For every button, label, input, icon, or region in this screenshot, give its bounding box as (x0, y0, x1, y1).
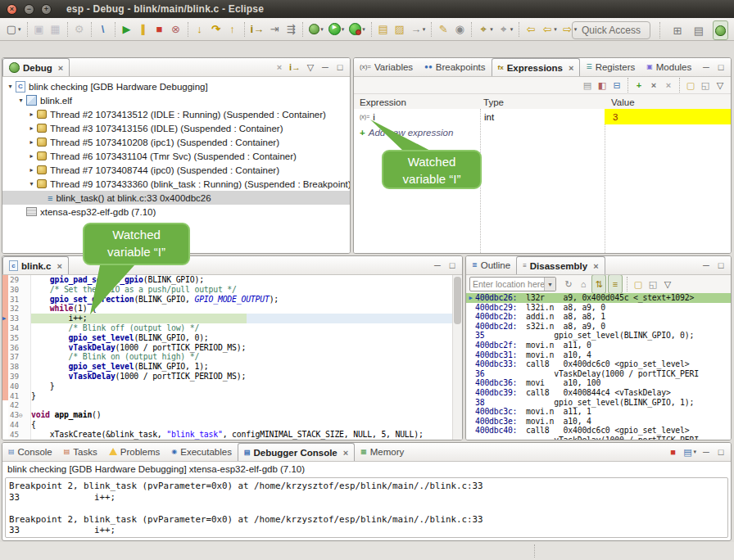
tab-debugger-console[interactable]: ▤Debugger Console× (238, 443, 355, 461)
column-value[interactable]: Value (608, 97, 635, 107)
annotation-gutter[interactable] (2, 285, 8, 295)
annotation-gutter[interactable] (2, 382, 8, 391)
tab-disassembly[interactable]: ≡Disassembly× (516, 256, 605, 274)
build-button[interactable]: ⚙ (72, 20, 87, 38)
expander-icon[interactable]: ▾ (16, 97, 25, 104)
tree-row[interactable]: ▸Thread #7 1073408744 (ipc0) (Suspended … (2, 163, 350, 177)
expression-row[interactable]: (x)=iint3 (354, 109, 731, 124)
expander-icon[interactable]: ▾ (6, 83, 15, 90)
new-view-button[interactable]: ▢ (684, 76, 697, 94)
disassembly-listing[interactable]: ▶400dbc26:l32r a9, 0x400d045c <_stext+10… (466, 293, 731, 440)
fold-icon[interactable]: ⊖ (19, 412, 23, 419)
trace-control-button[interactable]: ⇶ (283, 20, 298, 38)
disassembly-line[interactable]: 400dbc3c:movi.n a11, 1 (466, 407, 731, 417)
location-combo[interactable]: Enter location here ▼ (469, 277, 556, 291)
line-number[interactable]: 35 (8, 333, 31, 343)
close-tab-icon[interactable]: × (58, 63, 63, 73)
tree-row[interactable]: ▸Thread #2 1073413512 (IDLE : Running) (… (2, 107, 350, 121)
expander-icon[interactable]: ▾ (27, 180, 36, 187)
close-tab-icon[interactable]: × (57, 261, 61, 271)
annotation-gutter[interactable] (2, 295, 8, 305)
tree-row[interactable]: ▸Thread #5 1073410208 (ipc1) (Suspended … (2, 135, 350, 149)
block-selection-button[interactable]: ⌖▾ (496, 20, 515, 38)
launch-config-button[interactable]: →▾ (409, 20, 428, 38)
window-maximize-button[interactable]: + (41, 4, 52, 15)
annotation-gutter[interactable] (2, 420, 8, 430)
close-tab-icon[interactable]: × (343, 448, 348, 458)
step-over-button[interactable]: ↷ (209, 20, 224, 38)
annotation-gutter[interactable] (2, 304, 8, 314)
show-source-button[interactable]: ≡ (608, 274, 623, 294)
line-number[interactable]: 40 (8, 382, 31, 391)
maximize-view-button[interactable]: □ (714, 60, 727, 75)
open-perspective-button[interactable]: ⊞ (670, 21, 685, 39)
back-button[interactable]: ⇦▾ (540, 20, 559, 38)
dropdown-arrow-icon[interactable]: ▾ (362, 26, 365, 33)
disconnect-button[interactable]: ⊗ (169, 20, 184, 38)
annotation-gutter[interactable] (2, 400, 8, 410)
tree-row[interactable]: ▸Thread #3 1073413156 (IDLE) (Suspended … (2, 121, 350, 135)
instruction-stepping-button[interactable]: i→ (249, 20, 266, 38)
code-line[interactable]: 41} (2, 391, 462, 401)
tab-breakpoints[interactable]: ●●Breakpoints (419, 58, 491, 75)
line-number[interactable]: 36 (8, 343, 31, 353)
minimize-view-button[interactable]: ─ (700, 258, 713, 273)
column-type[interactable]: Type (480, 97, 608, 107)
search-button[interactable]: ◉ (452, 20, 467, 38)
line-number[interactable]: 37 (8, 352, 31, 362)
tab-problems[interactable]: Problems (103, 443, 166, 460)
minimize-view-button[interactable]: ─ (700, 60, 713, 75)
line-number[interactable]: 41 (8, 391, 31, 401)
show-logical-structures-button[interactable]: ◧ (596, 76, 609, 94)
quick-access-button[interactable]: Quick Access (572, 21, 650, 39)
annotation-gutter[interactable] (2, 430, 8, 440)
annotation-gutter[interactable] (2, 362, 8, 372)
editor-scrollbar[interactable] (452, 275, 462, 440)
line-number[interactable]: 32 (8, 304, 31, 314)
new-project-button[interactable]: ▤ (376, 20, 391, 38)
home-button[interactable]: ⌂ (577, 275, 590, 293)
create-watch-expression-button[interactable]: + (632, 76, 646, 94)
annotation-gutter[interactable]: ▶ (2, 314, 8, 323)
code-line[interactable]: 44{ (2, 420, 462, 430)
line-number[interactable]: 29 (8, 275, 31, 285)
annotation-gutter[interactable] (2, 391, 8, 401)
line-number[interactable]: 34 (8, 323, 31, 333)
tab-variables[interactable]: (x)=Variables (354, 58, 419, 75)
expander-icon[interactable]: ▸ (27, 111, 36, 118)
code-line[interactable]: 37 /* Blink on (output high) */ (2, 352, 462, 362)
code-line[interactable]: 43⊖void app_main() (2, 410, 462, 420)
tab-tasks[interactable]: ▤Tasks (58, 443, 103, 460)
line-number[interactable]: 39 (8, 372, 31, 382)
suspend-button[interactable]: ∥ (136, 20, 151, 38)
view-menu-button[interactable]: ▽ (661, 275, 674, 293)
line-number[interactable]: 38 (8, 362, 31, 372)
code-line[interactable]: 42 (2, 400, 462, 410)
line-number[interactable]: 42 (8, 400, 31, 410)
expander-icon[interactable]: ▸ (27, 138, 36, 146)
code-line[interactable]: 29 gpio_pad_select_gpio(BLINK_GPIO); (2, 275, 462, 285)
save-all-button[interactable]: ▦ (48, 20, 63, 38)
cpp-perspective-button[interactable]: ▤ (691, 21, 706, 39)
tree-row[interactable]: ▾Thread #9 1073433360 (blink_task : Runn… (2, 177, 350, 191)
tab-executables[interactable]: ◉Executables (165, 443, 238, 460)
scrollbar-thumb[interactable] (454, 277, 461, 324)
line-number[interactable]: 44 (8, 420, 31, 430)
code-line[interactable]: 40 } (2, 382, 462, 391)
debug-perspective-button[interactable] (713, 20, 728, 40)
disassembly-source-line[interactable]: 35 gpio_set_level(BLINK_GPIO, 0); (466, 331, 731, 341)
tab-blink-c[interactable]: blink.c× (2, 256, 69, 274)
dropdown-arrow-icon[interactable]: ▾ (342, 26, 345, 33)
format-button[interactable]: ✎ (436, 20, 451, 38)
maximize-view-button[interactable]: □ (333, 60, 347, 75)
show-instruction-pointer-button[interactable]: i→ (288, 60, 302, 75)
new-button[interactable]: ▢▾ (4, 20, 23, 38)
disassembly-line[interactable]: 400dbc2d:s32i.n a8, a9, 0 (466, 322, 731, 332)
window-minimize-button[interactable]: − (24, 4, 34, 15)
open-element-button[interactable]: ▨ (392, 20, 407, 38)
tree-row[interactable]: ▾blink checking [GDB Hardware Debugging] (2, 79, 350, 93)
code-line[interactable]: 30 /* Set the GPIO as a push/pull output… (2, 285, 462, 295)
maximize-view-button[interactable]: □ (714, 258, 727, 273)
step-into-button[interactable]: ↓ (193, 20, 207, 38)
disassembly-line[interactable]: 400dbc36:movi a10, 100 (466, 378, 731, 388)
